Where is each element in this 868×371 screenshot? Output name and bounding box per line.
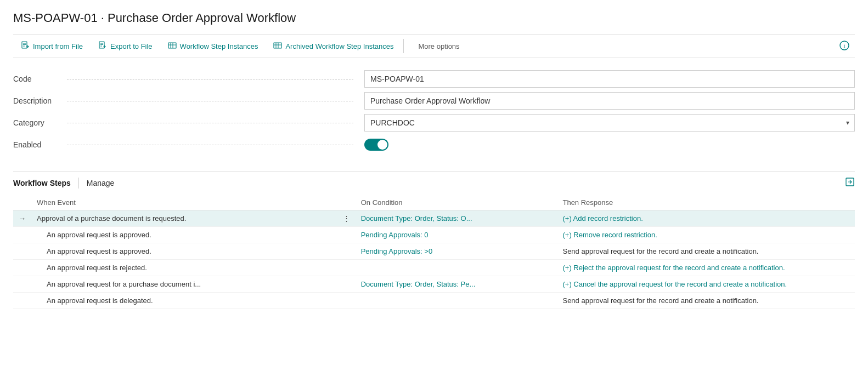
table-row[interactable]: An approval request for a purchase docum… <box>13 276 855 293</box>
description-row: Description <box>13 91 855 111</box>
code-value-group[interactable] <box>364 70 855 88</box>
workflow-steps-title: Workflow Steps <box>13 179 71 187</box>
code-row: Code <box>13 69 855 89</box>
workflow-steps-table: When Event On Condition Then Response → … <box>13 195 855 309</box>
response-cell: (+) Remove record restriction. <box>557 227 855 243</box>
table-row[interactable]: → Approval of a purchase document is req… <box>13 210 855 227</box>
col-then-response: Then Response <box>557 195 855 210</box>
import-icon <box>21 41 30 52</box>
description-label-group: Description <box>13 96 364 105</box>
header-divider <box>78 178 79 189</box>
col-when-event: When Event <box>31 195 337 210</box>
toolbar: Import from File Export to File <box>13 34 855 58</box>
arrow-cell <box>13 260 31 276</box>
condition-cell: Document Type: Order, Status: O... <box>356 210 557 227</box>
export-label: Export to File <box>110 42 153 50</box>
dotted-line-category <box>67 123 353 123</box>
table-header-row: When Event On Condition Then Response <box>13 195 855 210</box>
toggle-knob <box>377 140 387 150</box>
import-label: Import from File <box>33 42 83 50</box>
workflow-instances-icon <box>168 41 177 52</box>
when-event-cell: An approval request for a purchase docum… <box>31 276 337 293</box>
code-label: Code <box>13 75 63 83</box>
table-row[interactable]: An approval request is approved. Pending… <box>13 243 855 260</box>
response-cell: (+) Cancel the approval request for the … <box>557 276 855 293</box>
arrow-cell <box>13 243 31 260</box>
form-section: Code Description Category <box>13 58 855 162</box>
dots-cell[interactable]: ⋮ <box>337 210 356 227</box>
col-on-condition: On Condition <box>356 195 557 210</box>
category-select[interactable]: PURCHDOC <box>364 114 855 132</box>
info-button[interactable]: i <box>834 41 855 52</box>
archived-label: Archived Workflow Step Instances <box>285 42 393 50</box>
when-event-cell: Approval of a purchase document is reque… <box>31 210 337 227</box>
svg-rect-12 <box>274 43 281 48</box>
code-label-group: Code <box>13 75 364 83</box>
condition-cell <box>356 260 557 276</box>
enabled-value-group[interactable] <box>364 139 855 151</box>
archived-icon <box>273 41 282 52</box>
response-cell: (+) Reject the approval request for the … <box>557 260 855 276</box>
table-row[interactable]: An approval request is delegated. Send a… <box>13 293 855 309</box>
dots-cell <box>337 260 356 276</box>
manage-button[interactable]: Manage <box>87 179 115 187</box>
dots-cell <box>337 227 356 243</box>
dotted-line-enabled <box>67 145 353 145</box>
workflow-steps-header: Workflow Steps Manage <box>13 172 855 193</box>
when-event-cell: An approval request is approved. <box>31 243 337 260</box>
expand-icon[interactable] <box>845 177 855 189</box>
condition-cell: Document Type: Order, Status: Pe... <box>356 276 557 293</box>
category-value-group[interactable]: PURCHDOC ▾ <box>364 114 855 132</box>
import-from-file-button[interactable]: Import from File <box>13 35 91 58</box>
page-title: MS-POAPW-01 · Purchase Order Approval Wo… <box>13 11 855 25</box>
dotted-line-description <box>67 101 353 101</box>
response-cell: Send approval request for the record and… <box>557 293 855 309</box>
dots-cell <box>337 276 356 293</box>
table-row[interactable]: An approval request is approved. Pending… <box>13 227 855 243</box>
more-options-label: More options <box>418 42 459 50</box>
response-cell: (+) Add record restriction. <box>557 210 855 227</box>
description-label: Description <box>13 96 63 105</box>
col-arrow <box>13 195 31 210</box>
workflow-instances-button[interactable]: Workflow Step Instances <box>160 35 266 58</box>
dots-cell <box>337 293 356 309</box>
code-input[interactable] <box>364 70 855 88</box>
when-event-cell: An approval request is rejected. <box>31 260 337 276</box>
enabled-toggle[interactable] <box>364 139 855 151</box>
table-row[interactable]: An approval request is rejected. (+) Rej… <box>13 260 855 276</box>
condition-cell <box>356 293 557 309</box>
category-label: Category <box>13 118 63 127</box>
enabled-row: Enabled <box>13 135 855 155</box>
arrow-cell <box>13 276 31 293</box>
export-icon <box>98 41 107 52</box>
category-row: Category PURCHDOC ▾ <box>13 113 855 133</box>
condition-cell: Pending Approvals: 0 <box>356 227 557 243</box>
description-input[interactable] <box>364 92 855 110</box>
toolbar-separator <box>403 39 404 53</box>
arrow-cell <box>13 293 31 309</box>
when-event-cell: An approval request is approved. <box>31 227 337 243</box>
category-label-group: Category <box>13 118 364 127</box>
export-to-file-button[interactable]: Export to File <box>91 35 160 58</box>
arrow-cell: → <box>13 210 31 227</box>
enabled-label: Enabled <box>13 140 63 149</box>
arrow-cell <box>13 227 31 243</box>
svg-text:i: i <box>843 42 845 49</box>
when-event-cell: An approval request is delegated. <box>31 293 337 309</box>
dots-cell <box>337 243 356 260</box>
archived-instances-button[interactable]: Archived Workflow Step Instances <box>266 35 401 58</box>
description-value-group[interactable] <box>364 92 855 110</box>
dotted-line-code <box>67 79 353 79</box>
col-dots <box>337 195 356 210</box>
svg-rect-8 <box>168 43 176 48</box>
response-cell: Send approval request for the record and… <box>557 243 855 260</box>
condition-cell: Pending Approvals: >0 <box>356 243 557 260</box>
more-options-button[interactable]: More options <box>410 35 467 58</box>
enabled-label-group: Enabled <box>13 140 364 149</box>
workflow-instances-label: Workflow Step Instances <box>180 42 258 50</box>
